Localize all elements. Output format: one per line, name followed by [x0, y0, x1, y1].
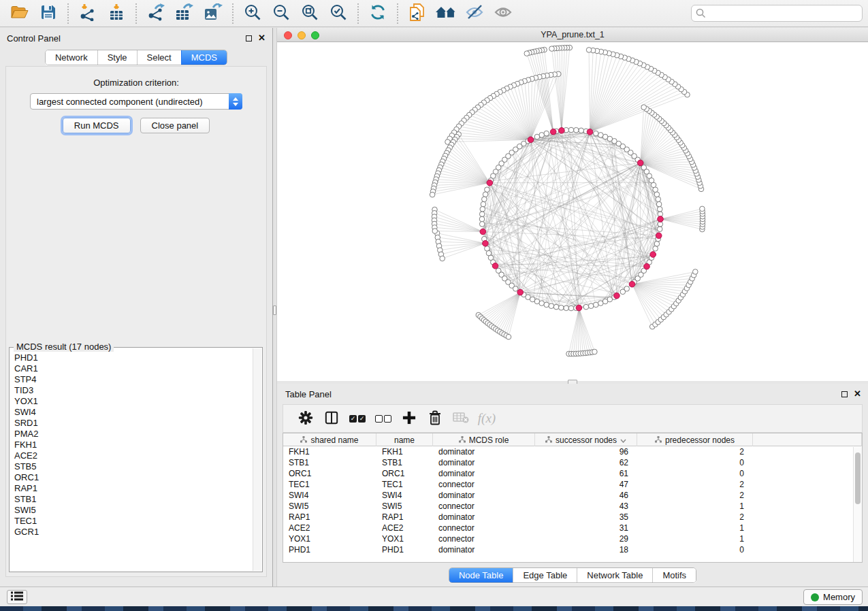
table-cell[interactable]: TEC1 [376, 479, 433, 490]
table-cell[interactable]: SWI4 [283, 490, 376, 501]
table-cell[interactable]: FKH1 [376, 446, 433, 457]
zoom-out-button[interactable] [267, 2, 295, 25]
network-titlebar[interactable]: YPA_prune.txt_1 [277, 28, 868, 42]
mcds-result-item[interactable]: STP4 [14, 374, 253, 385]
column-header-shared-name[interactable]: shared name [283, 433, 376, 446]
zoom-selected-button[interactable] [324, 2, 353, 25]
vertical-splitter[interactable] [272, 28, 277, 587]
first-neighbors-button[interactable] [432, 2, 460, 25]
deselect-all-button[interactable] [370, 406, 396, 431]
show-all-button[interactable] [489, 2, 517, 25]
table-cell[interactable]: dominator [433, 512, 535, 523]
network-node[interactable] [544, 302, 549, 308]
zoom-fit-button[interactable] [295, 2, 324, 25]
mcds-result-item[interactable]: CAR1 [14, 363, 253, 374]
column-header-predecessor-nodes[interactable]: predecessor nodes [637, 433, 753, 446]
export-network-button[interactable] [142, 2, 170, 25]
table-cell[interactable]: YOX1 [376, 533, 433, 544]
table-cell[interactable]: SWI5 [283, 501, 376, 512]
mcds-result-item[interactable]: ORC1 [14, 472, 253, 483]
dominator-node[interactable] [637, 160, 643, 166]
table-cell[interactable]: 1 [637, 523, 753, 533]
mcds-result-scrollbar[interactable] [253, 348, 261, 571]
open-file-button[interactable] [5, 2, 34, 25]
task-history-button[interactable] [7, 590, 27, 604]
mcds-result-item[interactable]: TID3 [14, 385, 253, 396]
mcds-result-item[interactable]: SRD1 [14, 418, 253, 429]
network-node[interactable] [588, 303, 594, 309]
table-cell[interactable]: RAP1 [376, 512, 433, 523]
table-cell[interactable]: ORC1 [376, 468, 433, 479]
add-column-button[interactable] [396, 406, 422, 431]
network-node[interactable] [594, 302, 599, 308]
table-cell[interactable]: 1 [637, 533, 753, 544]
network-node[interactable] [654, 192, 660, 197]
table-cell[interactable]: 2 [637, 479, 753, 490]
table-scrollbar[interactable] [853, 447, 862, 562]
dominator-node[interactable] [517, 289, 524, 295]
save-session-button[interactable] [34, 2, 63, 25]
table-row[interactable]: STB1STB1dominator620 [283, 457, 862, 468]
dominator-node[interactable] [559, 128, 565, 134]
network-node[interactable] [479, 222, 485, 227]
splitter-grip[interactable] [273, 306, 276, 315]
network-node[interactable] [479, 216, 485, 222]
export-image-button[interactable] [199, 2, 227, 25]
table-cell[interactable]: dominator [433, 457, 535, 468]
hide-selected-button[interactable] [460, 2, 489, 25]
table-cell[interactable]: RAP1 [283, 512, 376, 523]
mcds-result-item[interactable]: PMA2 [14, 429, 253, 440]
dominator-node[interactable] [492, 263, 498, 269]
mcds-result-item[interactable]: SWI5 [14, 505, 253, 516]
table-cell[interactable]: ACE2 [376, 523, 433, 533]
table-cell[interactable] [753, 468, 862, 479]
dominator-node[interactable] [528, 137, 534, 143]
table-cell[interactable] [753, 446, 862, 457]
table-cell[interactable]: 29 [535, 533, 637, 544]
table-row[interactable]: ORC1ORC1dominator610 [283, 468, 862, 479]
network-node[interactable] [568, 127, 574, 133]
tab-network-table[interactable]: Network Table [577, 568, 652, 582]
select-all-button[interactable]: ✓✓ [344, 406, 370, 431]
table-cell[interactable]: PHD1 [376, 544, 433, 555]
column-header-mcds-role[interactable]: MCDS role [433, 433, 535, 446]
mcds-result-item[interactable]: ACE2 [14, 450, 253, 461]
table-cell[interactable]: YOX1 [283, 533, 376, 544]
network-node[interactable] [700, 206, 705, 212]
network-node[interactable] [482, 197, 487, 202]
network-node[interactable] [559, 305, 564, 310]
network-node[interactable] [539, 301, 545, 306]
table-row[interactable]: ACE2ACE2connector311 [283, 523, 862, 533]
duplicate-network-button[interactable] [403, 2, 432, 25]
network-node[interactable] [693, 269, 698, 275]
close-panel-icon[interactable]: ✕ [854, 391, 861, 397]
network-node[interactable] [549, 46, 555, 52]
network-node[interactable] [624, 286, 630, 292]
network-node[interactable] [479, 212, 485, 217]
zoom-in-button[interactable] [238, 2, 267, 25]
mcds-result-item[interactable]: PHD1 [14, 352, 253, 363]
table-row[interactable]: PHD1PHD1dominator180 [283, 544, 862, 555]
table-cell[interactable]: 2 [637, 490, 753, 501]
tab-network[interactable]: Network [46, 50, 97, 65]
import-network-button[interactable] [74, 2, 102, 25]
network-node[interactable] [586, 48, 592, 53]
table-cell[interactable] [753, 533, 862, 544]
float-panel-icon[interactable] [246, 35, 252, 42]
column-header-name[interactable]: name [376, 433, 433, 446]
mcds-result-item[interactable]: STB1 [14, 494, 253, 505]
criterion-dropdown[interactable]: largest connected component (undirected) [30, 93, 242, 110]
mcds-result-item[interactable]: STB5 [14, 461, 253, 472]
table-row[interactable]: YOX1YOX1connector291 [283, 533, 862, 544]
show-columns-button[interactable] [319, 406, 344, 431]
table-row[interactable]: SWI4SWI4dominator462 [283, 490, 862, 501]
table-cell[interactable]: 2 [637, 446, 753, 457]
table-scrollbar-thumb[interactable] [855, 452, 861, 504]
table-cell[interactable]: 61 [535, 468, 637, 479]
dominator-node[interactable] [480, 229, 486, 235]
network-node[interactable] [574, 127, 579, 133]
mcds-result-item[interactable]: TEC1 [14, 516, 253, 527]
network-node[interactable] [430, 192, 435, 197]
tab-style[interactable]: Style [97, 50, 137, 65]
network-node[interactable] [440, 256, 445, 261]
